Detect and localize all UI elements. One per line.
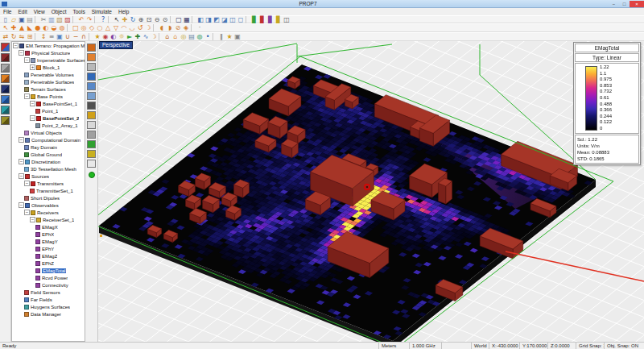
tree-item-emagy[interactable]: EMagY (12, 238, 85, 245)
world-icon[interactable]: ◍ (196, 33, 204, 40)
tree-item-data-manager[interactable]: Data Manager (12, 310, 85, 318)
expand-toggle[interactable]: − (30, 115, 35, 121)
copy-icon[interactable]: ▥ (47, 16, 56, 23)
help-icon[interactable]: ? (99, 16, 107, 23)
st-box-icon[interactable] (87, 63, 96, 71)
menu-simulate[interactable]: Simulate (89, 8, 115, 15)
draw-box-icon[interactable]: ▲ (18, 24, 26, 31)
st-pointer-icon[interactable] (87, 44, 96, 52)
tree-item-point-1[interactable]: Point_1 (12, 107, 85, 114)
draw-cylinder-icon[interactable]: ◍ (58, 24, 66, 31)
view-back-icon[interactable]: ◨ (204, 16, 213, 23)
target-icon[interactable]: ◎ (180, 33, 188, 40)
tree-item-ephz[interactable]: EPhZ (12, 260, 85, 267)
st-list-icon[interactable] (87, 82, 96, 90)
light-icon[interactable]: ☼ (118, 33, 126, 40)
menu-object[interactable]: Object (48, 8, 70, 15)
tree-item-impenetrable-surfaces[interactable]: −Impenetrable Surfaces (12, 56, 85, 64)
zoom-out-icon[interactable]: ⊖ (153, 16, 161, 23)
simulate-run-icon[interactable]: ► (126, 33, 134, 40)
tree-item-huygens-surfaces[interactable]: Huygens Surfaces (12, 303, 85, 310)
frequency-icon[interactable]: ∿ (142, 33, 150, 40)
layers-icon[interactable]: ▤ (188, 33, 196, 40)
delete-icon[interactable]: ▨ (64, 16, 72, 23)
draw-ellipse-icon[interactable]: ○ (96, 24, 104, 31)
pointer-tool-icon[interactable]: ↖ (2, 24, 10, 31)
st-cube-icon[interactable] (87, 131, 96, 139)
view-left-icon[interactable]: ◫ (229, 16, 237, 23)
home-icon[interactable]: ⌂ (163, 33, 171, 40)
view-right-icon[interactable]: ◻ (237, 16, 245, 23)
st-page-icon[interactable] (87, 160, 96, 168)
favorites-icon[interactable]: ★ (225, 33, 233, 40)
tree-item-field-sensors[interactable]: Field Sensors (12, 289, 85, 296)
view-top-icon[interactable]: ◩ (213, 16, 221, 23)
expand-toggle[interactable]: − (24, 181, 30, 186)
tree-item-3d-tessellation-mesh[interactable]: 3D Tessellation Mesh (12, 165, 85, 172)
draw-void-icon[interactable]: ⊘ (174, 24, 182, 31)
info-icon[interactable]: • (204, 33, 212, 40)
tree-item-transmitterset-1[interactable]: TransmitterSet_1 (12, 187, 85, 194)
draw-sphere-icon[interactable]: ● (34, 24, 42, 31)
orbit-icon[interactable]: ↻ (129, 16, 137, 23)
module-teal-icon[interactable] (1, 106, 10, 114)
draw-crescent-icon[interactable]: ☽ (144, 24, 152, 31)
tree-item-block-1[interactable]: +Block_1 (12, 64, 85, 71)
tree-item-transmitters[interactable]: −Transmitters (12, 180, 85, 187)
view-bottom-icon[interactable]: ◪ (221, 16, 229, 23)
draw-lattice-icon[interactable]: ◈ (182, 24, 190, 31)
sweep-icon[interactable]: ☽ (150, 33, 158, 40)
tree-item-far-fields[interactable]: Far Fields (12, 296, 85, 303)
more-tools-icon[interactable]: · (196, 24, 204, 31)
open-folder-icon[interactable]: ▱ (10, 16, 18, 23)
draw-half-left-icon[interactable]: ◖ (158, 24, 166, 31)
draw-rect-icon[interactable]: □ (72, 24, 80, 31)
tree-item-penetrable-volumes[interactable]: Penetrable Volumes (12, 71, 85, 78)
tree-item-rcvd-power[interactable]: Rcvd Power (12, 274, 85, 281)
zoom-extents-icon[interactable]: ⊙ (161, 16, 169, 23)
draw-half-right-icon[interactable]: ◗ (166, 24, 174, 31)
mirror-object-icon[interactable]: ⇋ (18, 33, 26, 40)
tree-item-base-points[interactable]: −Base Points (12, 93, 85, 100)
expand-toggle[interactable]: + (30, 64, 35, 70)
st-status-dot[interactable] (89, 172, 95, 178)
draw-ellipsoid-icon[interactable]: ◒ (50, 24, 58, 31)
plot-red-icon[interactable]: ▊ (258, 16, 266, 23)
tree-item-virtual-objects[interactable]: Virtual Objects (12, 129, 85, 136)
module-navy-icon[interactable] (1, 85, 10, 93)
tree-item-point-2-array-1[interactable]: Point_2_Array_1 (12, 122, 85, 129)
draw-helix-icon[interactable]: ↺ (136, 24, 144, 31)
menu-view[interactable]: View (31, 8, 48, 15)
group-icon[interactable]: ▣ (56, 33, 64, 40)
menu-tools[interactable]: Tools (69, 8, 88, 15)
new-file-icon[interactable]: ▯ (2, 16, 10, 23)
draw-circle-icon[interactable]: ◎ (80, 24, 88, 31)
tree-item-basepointset-1[interactable]: −BasePointSet_1 (12, 100, 85, 107)
save-icon[interactable]: ▣ (18, 16, 26, 23)
tree-item-ray-domain[interactable]: Ray Domain (12, 143, 85, 151)
parallel-view-icon[interactable]: ∥ (217, 33, 225, 40)
view-front-icon[interactable]: ◧ (196, 16, 204, 23)
expand-toggle[interactable]: − (19, 173, 24, 179)
menu-edit[interactable]: Edit (14, 8, 30, 15)
expand-toggle[interactable]: − (24, 93, 30, 99)
expand-toggle[interactable]: − (30, 101, 35, 106)
boolean-subtract-icon[interactable]: − (72, 33, 80, 40)
module-orange-icon[interactable] (1, 74, 10, 83)
align-icon[interactable]: ≡ (47, 33, 56, 40)
tree-item-discretization[interactable]: −Discretization (12, 158, 85, 165)
explode-icon[interactable]: ★ (93, 33, 101, 40)
draw-arc-icon[interactable]: ◠ (120, 24, 128, 31)
color-icon[interactable]: ◐ (109, 33, 118, 40)
redo-icon[interactable]: ↷ (85, 16, 93, 23)
tree-item-emagz[interactable]: EMagZ (12, 252, 85, 260)
plot-purple-icon[interactable]: ▊ (266, 16, 275, 23)
module-blue-icon[interactable] (1, 95, 10, 104)
tree-item-observables[interactable]: −Observables (12, 202, 85, 209)
module-olive-icon[interactable] (1, 116, 10, 125)
tree-item-terrain-surfaces[interactable]: Terrain Surfaces (12, 85, 85, 93)
scale-object-icon[interactable]: ↕ (39, 33, 47, 40)
snap-tool-icon[interactable]: ✚ (10, 24, 18, 31)
menu-file[interactable]: File (0, 8, 14, 15)
scene-canvas[interactable] (98, 41, 644, 342)
